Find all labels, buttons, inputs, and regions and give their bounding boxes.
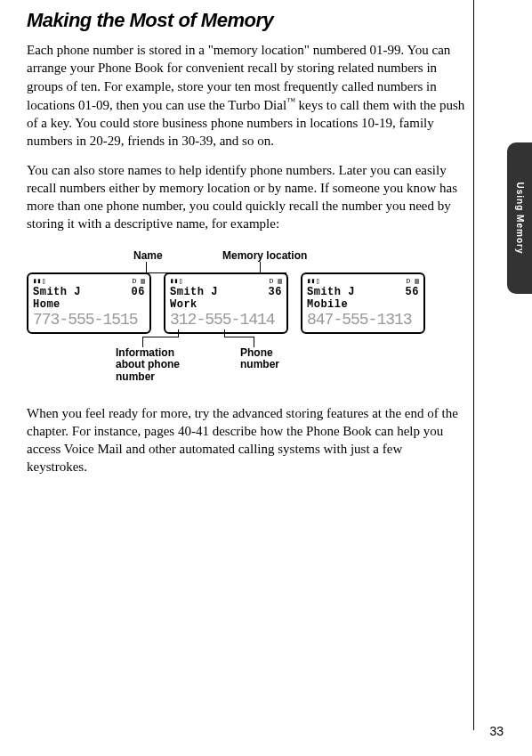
phone-screen-diagram: Name Memory location ▮▮▯ D ▥ Smith J 06 … (27, 249, 465, 392)
battery-icon: D ▥ (270, 277, 282, 285)
signal-icon: ▮▮▯ (33, 277, 45, 285)
phone-screens-row: ▮▮▯ D ▥ Smith J 06 Home 773-555-1515 ▮▮▯… (27, 272, 425, 334)
screen-status-bar: ▮▮▯ D ▥ (307, 277, 419, 285)
body-paragraph-2: You can also store names to help identif… (27, 161, 465, 233)
trademark-symbol: ™ (286, 96, 295, 106)
label-information: Information about phone number (116, 347, 205, 384)
connector-line (142, 337, 179, 337)
battery-icon: D ▥ (133, 277, 145, 285)
page-number: 33 (489, 724, 504, 738)
screen-phone-number: 847-555-1313 (307, 311, 419, 329)
phone-screen: ▮▮▯ D ▥ Smith J 36 Work 312-555-1414 (164, 272, 288, 334)
connector-line (146, 262, 147, 272)
connector-line (224, 329, 225, 337)
screen-status-bar: ▮▮▯ D ▥ (170, 277, 282, 285)
screen-name-row: Smith J 36 (170, 286, 282, 298)
label-name: Name (133, 249, 163, 262)
screen-description: Work (170, 298, 282, 311)
screen-name-row: Smith J 56 (307, 286, 419, 298)
connector-line (254, 337, 254, 347)
signal-icon: ▮▮▯ (170, 277, 182, 285)
body-paragraph-1: Each phone number is stored in a "memory… (27, 41, 465, 150)
page-title: Making the Most of Memory (27, 9, 465, 32)
battery-icon: D ▥ (407, 277, 419, 285)
label-phone-number: Phone number (240, 347, 302, 372)
screen-location: 06 (132, 286, 145, 298)
screen-location: 36 (269, 286, 282, 298)
screen-status-bar: ▮▮▯ D ▥ (33, 277, 145, 285)
label-memory-location: Memory location (222, 249, 307, 262)
connector-line (142, 337, 143, 347)
connector-line (260, 262, 261, 272)
screen-phone-number: 312-555-1414 (170, 311, 282, 329)
connector-line (178, 329, 179, 337)
screen-name: Smith J (307, 286, 355, 298)
signal-icon: ▮▮▯ (307, 277, 319, 285)
phone-screen: ▮▮▯ D ▥ Smith J 06 Home 773-555-1515 (27, 272, 151, 334)
phone-screen: ▮▮▯ D ▥ Smith J 56 Mobile 847-555-1313 (301, 272, 425, 334)
screen-phone-number: 773-555-1515 (33, 311, 145, 329)
body-paragraph-3: When you feel ready for more, try the ad… (27, 404, 465, 476)
screen-description: Home (33, 298, 145, 311)
screen-location: 56 (406, 286, 419, 298)
screen-name-row: Smith J 06 (33, 286, 145, 298)
page-content: Making the Most of Memory Each phone num… (0, 0, 532, 496)
screen-name: Smith J (33, 286, 81, 298)
screen-description: Mobile (307, 298, 419, 311)
screen-name: Smith J (170, 286, 218, 298)
connector-line (224, 337, 254, 337)
